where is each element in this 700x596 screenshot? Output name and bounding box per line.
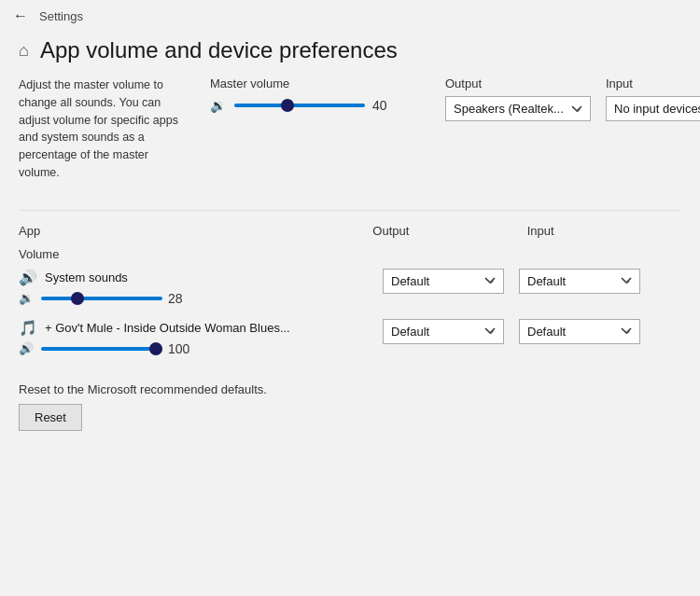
- output-select[interactable]: Speakers (Realtek... Default: [445, 96, 591, 121]
- master-speaker-icon: 🔉: [210, 98, 227, 113]
- col-header-app: App: [19, 224, 372, 238]
- system-sounds-volume-slider[interactable]: [41, 297, 162, 300]
- system-sounds-input-select[interactable]: Default: [519, 269, 640, 294]
- govtmule-icon: 🎵: [19, 319, 37, 338]
- system-sounds-volume-value: 28: [168, 291, 194, 306]
- description-text: Adjust the master volume to change all s…: [19, 76, 182, 182]
- system-sounds-icon: 🔊: [19, 269, 37, 287]
- govtmule-name: + Gov't Mule - Inside Outside Woman Blue…: [45, 321, 290, 335]
- input-label: Input: [606, 76, 700, 90]
- master-volume-value: 40: [372, 98, 399, 113]
- output-label: Output: [445, 76, 591, 90]
- input-select[interactable]: No input devices f... Default: [606, 96, 700, 121]
- col-header-input: Input: [527, 224, 681, 238]
- govtmule-volume-slider[interactable]: [41, 347, 162, 351]
- system-sounds-output-select[interactable]: Default: [383, 269, 504, 294]
- page-title: App volume and device preferences: [40, 37, 398, 63]
- system-sounds-name: System sounds: [45, 270, 128, 284]
- title-bar: ← Settings: [0, 0, 700, 28]
- app-row-system-sounds: 🔊 System sounds 🔉 28 Default Default: [19, 269, 681, 306]
- volume-sub-label: Volume: [19, 247, 681, 261]
- master-volume-label: Master volume: [210, 76, 399, 90]
- reset-label: Reset to the Microsoft recommended defau…: [19, 382, 681, 396]
- reset-section: Reset to the Microsoft recommended defau…: [19, 375, 681, 431]
- govtmule-volume-value: 100: [168, 341, 194, 356]
- title-bar-text: Settings: [39, 9, 83, 23]
- app-row-govtmule: 🎵 + Gov't Mule - Inside Outside Woman Bl…: [19, 319, 681, 356]
- col-header-output: Output: [372, 224, 526, 238]
- app-table-header: App Output Input: [19, 224, 681, 238]
- govtmule-input-select[interactable]: Default: [519, 319, 640, 344]
- govtmule-speaker-icon: 🔊: [19, 341, 35, 355]
- home-icon: ⌂: [19, 41, 29, 61]
- section-divider: [19, 210, 681, 211]
- reset-button[interactable]: Reset: [19, 404, 82, 431]
- system-sounds-speaker-icon: 🔉: [19, 291, 35, 305]
- master-volume-slider[interactable]: [234, 104, 365, 107]
- page-header: ⌂ App volume and device preferences: [0, 28, 700, 73]
- back-button[interactable]: ←: [13, 7, 28, 24]
- govtmule-output-select[interactable]: Default: [383, 319, 504, 344]
